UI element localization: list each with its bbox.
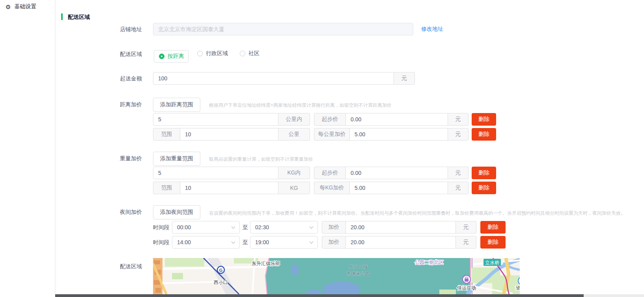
night-row1-price-group: 加价 元 <box>322 221 476 234</box>
add-distance-range-button[interactable]: 添加距离范围 <box>153 98 200 112</box>
map-label-wangchun: 望春 <box>516 285 520 291</box>
distance-row1-price-input[interactable] <box>345 113 448 126</box>
night-row1-start-select[interactable]: 00:00 <box>172 221 240 234</box>
weight-row2-range-group: 范围 KG <box>153 182 310 194</box>
weight-row1-range-group: KG内 <box>153 167 310 179</box>
weight-row2-price-group: 每KG加价 元 <box>314 182 469 194</box>
night-row2-label: 时间段 <box>153 239 172 246</box>
night-row2-price-group: 加价 元 <box>322 236 476 249</box>
horizontal-scrollbar-thumb[interactable] <box>0 294 584 297</box>
store-address-input[interactable] <box>153 23 413 35</box>
modify-address-link[interactable]: 修改地址 <box>421 26 443 33</box>
distance-row1-value-input[interactable] <box>153 113 278 126</box>
night-row2-price-unit: 元 <box>456 236 476 249</box>
weight-row2-price-unit: 元 <box>448 182 469 194</box>
metro-station-icon: G <box>219 268 223 273</box>
sidebar: ⚙ 基础设置 <box>0 0 55 297</box>
distance-row1-unit: 公里内 <box>278 113 310 126</box>
min-order-group: 元 <box>153 72 415 85</box>
add-weight-range-button[interactable]: 添加重量范围 <box>153 152 200 166</box>
night-row1-label: 时间段 <box>153 224 172 231</box>
distance-row2-price-input[interactable] <box>349 128 448 141</box>
night-row1-price-input[interactable] <box>345 221 456 234</box>
chevron-down-icon <box>231 241 235 244</box>
night-label: 夜间加价 <box>105 209 142 216</box>
night-row1-start-value: 00:00 <box>177 224 191 230</box>
map-label-jiayun: 佳运广场 <box>457 285 476 291</box>
radio-community[interactable]: 社区 <box>240 50 259 57</box>
night-row2-end-select[interactable]: 19:00 <box>250 236 318 249</box>
distance-row2-range-label: 范围 <box>153 128 180 141</box>
weight-row1-price-unit: 元 <box>448 167 469 179</box>
distance-row1-price-unit: 元 <box>448 113 469 126</box>
night-row1-end-select[interactable]: 02:30 <box>250 221 318 234</box>
chevron-down-icon <box>309 241 314 244</box>
distance-hint: 根据用户下单定位地址经纬度+商家地址经纬度计算骑行距离，如留空则不计算距离加价 <box>209 102 392 109</box>
min-order-label: 起送金额 <box>105 75 142 82</box>
map-section-label: 配送区域 <box>105 263 142 270</box>
weight-row2-range-label: 范围 <box>153 182 180 194</box>
add-night-range-button[interactable]: 添加夜间范围 <box>153 205 200 219</box>
radio-by-distance[interactable]: 按距离 <box>154 50 189 63</box>
radio-unselected-icon <box>240 51 245 56</box>
night-row1-price-label: 加价 <box>322 221 345 234</box>
weight-row1-delete-button[interactable]: 删除 <box>472 167 496 179</box>
distance-row1-price-label: 起步价 <box>314 113 345 126</box>
sidebar-item-basic-settings[interactable]: ⚙ 基础设置 <box>0 0 55 13</box>
distance-row2-price-label: 每公里加价 <box>314 128 349 141</box>
weight-row2-delete-button[interactable]: 删除 <box>472 182 496 194</box>
distance-row2-unit: 公里 <box>278 128 310 141</box>
weight-row1-unit: KG内 <box>278 167 310 179</box>
radio-selected-icon <box>159 54 164 59</box>
radio-label: 社区 <box>248 50 259 57</box>
sidebar-item-label: 基础设置 <box>14 3 36 10</box>
map-label-park-line2: 市休闲公园 <box>346 271 370 277</box>
chevron-down-icon <box>231 226 235 229</box>
main-content <box>56 0 644 297</box>
radio-unselected-icon <box>197 51 203 56</box>
distance-row2-range-group: 范围 公里 <box>153 128 310 141</box>
night-row2-delete-button[interactable]: 删除 <box>480 236 506 249</box>
map-label-dongshenghui: 东升汇俱乐部 <box>252 261 280 266</box>
distance-row2-value-input[interactable] <box>180 128 278 141</box>
area-mode-label: 配送区域 <box>105 51 142 58</box>
distance-row2-price-unit: 元 <box>448 128 469 141</box>
weight-row2-price-label: 每KG加价 <box>314 182 349 194</box>
map-label-gongyuan-erqi: 公园二期北区 <box>415 260 443 265</box>
distance-row1-delete-button[interactable]: 删除 <box>472 113 496 126</box>
map-label-park-line1: 东小口城 <box>349 264 368 269</box>
weight-row1-price-group: 起步价 元 <box>314 167 469 179</box>
night-row2-price-label: 加价 <box>322 236 345 249</box>
distance-row2-delete-button[interactable]: 删除 <box>472 128 496 141</box>
weight-label: 重量加价 <box>105 155 142 162</box>
store-address-label: 店铺地址 <box>105 26 142 33</box>
night-row2-start-value: 14:00 <box>177 239 191 245</box>
distance-row1-range-group: 公里内 <box>153 113 310 126</box>
night-row1-delete-button[interactable]: 删除 <box>480 221 506 234</box>
weight-row2-value-input[interactable] <box>180 182 278 194</box>
weight-row2-price-input[interactable] <box>349 182 448 194</box>
distance-label: 距离加价 <box>105 101 142 108</box>
distance-row2-price-group: 每公里加价 元 <box>314 128 469 141</box>
weight-hint: 取商品设置的重量计算，如留空则不计算重量加价 <box>209 156 313 163</box>
section-title: 配送区域 <box>68 14 90 21</box>
night-row1-to: 至 <box>241 224 249 231</box>
gear-icon: ⚙ <box>6 4 11 10</box>
map-label-xixiaokou: 西小口 <box>214 280 228 285</box>
radio-admin-region[interactable]: 行政区域 <box>197 50 228 57</box>
night-row2-start-select[interactable]: 14:00 <box>172 236 240 249</box>
weight-row1-price-input[interactable] <box>345 167 448 179</box>
min-order-input[interactable] <box>153 72 394 85</box>
weight-row1-price-label: 起步价 <box>314 167 345 179</box>
night-row1-end-value: 02:30 <box>255 224 269 230</box>
chevron-down-icon <box>309 226 314 229</box>
night-row1-price-unit: 元 <box>456 221 476 234</box>
night-row2-price-input[interactable] <box>345 236 456 249</box>
delivery-area-map[interactable]: G 东升汇 <box>153 258 520 294</box>
night-hint: 在设置的夜间时间范围内下单，加收费用！如留空，则不计算夜间加价。当配送时间与多个… <box>209 210 625 217</box>
min-order-unit: 元 <box>394 72 415 85</box>
map-label-lishuiqiao: 立水桥 <box>485 260 499 265</box>
weight-row2-unit: KG <box>278 182 310 194</box>
weight-row1-value-input[interactable] <box>153 167 278 179</box>
night-row2-to: 至 <box>241 239 249 246</box>
